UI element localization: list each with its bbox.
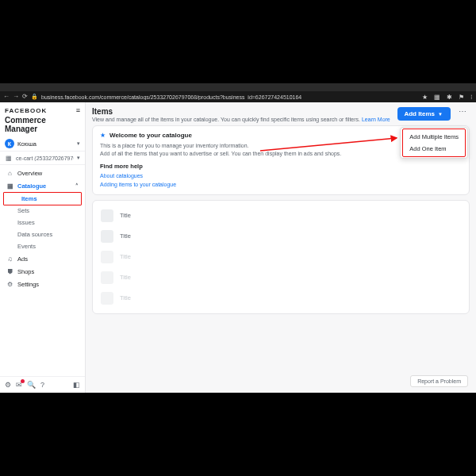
list-item: Title	[101, 288, 461, 309]
item-title: Title	[120, 232, 131, 240]
items-list: Title Title Title Title Title	[92, 200, 470, 314]
nav-label: Sets	[17, 207, 29, 214]
nav-back-icon[interactable]: ←	[3, 94, 10, 100]
nav-catalogue-sub: Items Sets Issues Data sources Events	[0, 193, 85, 252]
svg-line-0	[260, 138, 397, 151]
nav-overview[interactable]: ⌂Overview	[0, 167, 85, 179]
chevron-down-icon: ▼	[438, 112, 443, 117]
collapse-icon[interactable]: ◧	[73, 381, 80, 389]
nav-label: Items	[21, 195, 37, 202]
annotation-arrow	[260, 135, 403, 157]
welcome-title: Welcome to your catalogue	[109, 132, 192, 139]
ext-plugin-icon[interactable]: ✱	[447, 94, 452, 101]
nav-events[interactable]: Events	[0, 240, 85, 252]
item-thumb	[101, 292, 113, 305]
hamburger-icon[interactable]: ≡	[76, 106, 80, 114]
item-title: Title	[120, 274, 131, 281]
letterbox-top	[0, 0, 476, 83]
ext-star-icon[interactable]: ★	[422, 94, 428, 101]
star-icon: ★	[100, 132, 106, 139]
add-items-dropdown: Add Multiple Items Add One Item	[400, 127, 468, 159]
browser-menu-icon[interactable]: ⁝	[470, 94, 473, 101]
chevron-up-icon: ˄	[75, 183, 79, 190]
learn-more-link[interactable]: Learn More	[362, 117, 390, 122]
nav-label: Issues	[17, 219, 35, 226]
nav-label: Overview	[17, 170, 42, 177]
button-label: Add Items	[404, 110, 435, 117]
item-thumb	[101, 230, 113, 243]
help-link-about[interactable]: About catalogues	[100, 172, 462, 180]
report-problem-button[interactable]: Report a Problem	[410, 375, 468, 387]
nav-label: Catalogue	[17, 182, 46, 190]
page-header: Items View and manage all of the items i…	[86, 102, 476, 125]
help-link-adding[interactable]: Adding items to your catalogue	[100, 181, 462, 189]
list-item[interactable]: Title	[101, 226, 461, 247]
item-thumb	[101, 209, 113, 222]
nav-label: Ads	[17, 255, 28, 263]
nav-settings[interactable]: ⚙Settings	[0, 278, 85, 290]
help-heading: Find more help	[100, 163, 462, 171]
sidebar: FACEBOOK ≡ Commerce Manager К Ксюша ▾ ▦ …	[0, 102, 86, 393]
chevron-down-icon: ▾	[77, 140, 80, 147]
nav-label: Data sources	[17, 231, 52, 238]
catalog-label: ce-cart (253327026797068)	[16, 155, 74, 161]
shop-icon: ⛊	[6, 268, 13, 275]
nav-forward-icon[interactable]: →	[13, 94, 19, 100]
nav-label: Events	[17, 243, 36, 250]
grid-icon: ▦	[5, 154, 13, 162]
facebook-wordmark: FACEBOOK	[5, 107, 47, 114]
item-title: Title	[120, 212, 131, 219]
lock-icon: 🔒	[31, 94, 38, 100]
nav-items[interactable]: Items	[4, 193, 81, 205]
megaphone-icon: ♫	[6, 255, 13, 263]
list-item: Title	[101, 247, 461, 267]
avatar: К	[5, 139, 14, 148]
account-name: Ксюша	[17, 140, 74, 148]
nav-data-sources[interactable]: Data sources	[0, 228, 85, 240]
dropdown-add-multiple[interactable]: Add Multiple Items	[403, 131, 465, 143]
list-item[interactable]: Title	[101, 205, 461, 226]
item-thumb	[101, 251, 113, 263]
catalog-switcher[interactable]: ▦ ce-cart (253327026797068) ▾	[0, 151, 85, 165]
letterbox-bottom	[0, 393, 476, 476]
search-icon[interactable]: 🔍	[27, 381, 36, 389]
item-title: Title	[120, 294, 131, 301]
gear-icon[interactable]: ⚙	[5, 381, 11, 389]
inbox-icon[interactable]: ✉	[16, 381, 22, 389]
ext-flag-icon[interactable]: ⚑	[459, 94, 464, 101]
product-title: Commerce Manager	[0, 116, 85, 136]
nav-reload-icon[interactable]: ⟳	[22, 94, 28, 100]
item-title: Title	[120, 253, 131, 260]
gear-icon: ⚙	[6, 281, 13, 288]
add-items-button[interactable]: Add Items▼	[397, 107, 451, 121]
nav-label: Shops	[17, 268, 34, 275]
subtitle-text: View and manage all of the items in your…	[92, 117, 360, 122]
list-item: Title	[101, 267, 461, 288]
sidebar-nav: ⌂Overview ▦Catalogue˄ Items Sets Issues …	[0, 165, 85, 293]
browser-address-bar: ← → ⟳ 🔒 business.facebook.com/commerce/c…	[0, 91, 476, 102]
catalogue-icon: ▦	[6, 182, 13, 190]
browser-tabstrip[interactable]	[0, 83, 476, 91]
page-title: Items	[92, 107, 393, 116]
sidebar-footer: ⚙ ✉ 🔍 ? ◧	[0, 376, 85, 393]
nav-shops[interactable]: ⛊Shops	[0, 266, 85, 278]
dropdown-add-one[interactable]: Add One Item	[403, 143, 465, 155]
nav-ads[interactable]: ♫Ads	[0, 253, 85, 265]
ext-grid-icon[interactable]: ▦	[434, 94, 440, 101]
page-subtitle: View and manage all of the items in your…	[92, 117, 393, 122]
overflow-menu-icon[interactable]: ⋯	[455, 107, 470, 116]
url-text[interactable]: business.facebook.com/commerce/catalogs/…	[41, 94, 416, 100]
nav-issues[interactable]: Issues	[0, 217, 85, 228]
account-switcher[interactable]: К Ксюша ▾	[0, 136, 85, 151]
nav-catalogue[interactable]: ▦Catalogue˄	[0, 180, 85, 192]
chevron-down-icon: ▾	[77, 155, 80, 161]
nav-label: Settings	[17, 281, 39, 288]
home-icon: ⌂	[6, 170, 13, 177]
help-icon[interactable]: ?	[40, 381, 44, 389]
item-thumb	[101, 271, 113, 284]
nav-sets[interactable]: Sets	[0, 205, 85, 217]
